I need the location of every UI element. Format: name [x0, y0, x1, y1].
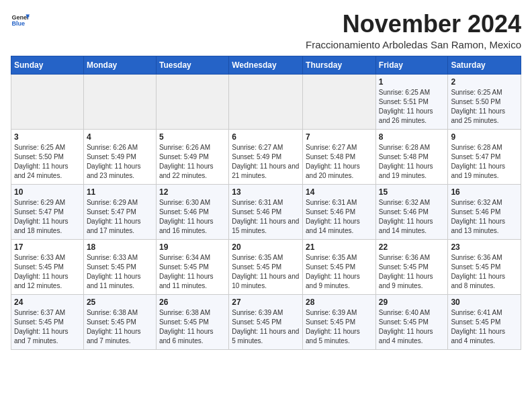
day-number: 10 [14, 187, 81, 197]
day-number: 2 [451, 77, 518, 87]
day-info: Sunrise: 6:29 AM Sunset: 5:47 PM Dayligh… [14, 198, 81, 236]
day-number: 6 [232, 132, 300, 142]
day-number: 3 [14, 132, 81, 142]
day-number: 14 [306, 187, 373, 197]
calendar-cell: 6Sunrise: 6:27 AM Sunset: 5:49 PM Daylig… [229, 129, 303, 184]
calendar-cell: 29Sunrise: 6:40 AM Sunset: 5:45 PM Dayli… [375, 294, 448, 349]
day-info: Sunrise: 6:32 AM Sunset: 5:46 PM Dayligh… [451, 198, 518, 236]
calendar-cell: 17Sunrise: 6:33 AM Sunset: 5:45 PM Dayli… [11, 239, 84, 294]
calendar-cell: 11Sunrise: 6:29 AM Sunset: 5:47 PM Dayli… [83, 184, 156, 239]
day-info: Sunrise: 6:29 AM Sunset: 5:47 PM Dayligh… [87, 198, 153, 236]
calendar-cell: 22Sunrise: 6:36 AM Sunset: 5:45 PM Dayli… [375, 239, 448, 294]
day-info: Sunrise: 6:31 AM Sunset: 5:46 PM Dayligh… [232, 198, 300, 236]
day-info: Sunrise: 6:27 AM Sunset: 5:49 PM Dayligh… [232, 143, 300, 181]
calendar-week-row: 17Sunrise: 6:33 AM Sunset: 5:45 PM Dayli… [11, 239, 521, 294]
day-number: 20 [232, 242, 300, 252]
calendar-cell: 19Sunrise: 6:34 AM Sunset: 5:45 PM Dayli… [156, 239, 228, 294]
calendar-cell: 26Sunrise: 6:38 AM Sunset: 5:45 PM Dayli… [156, 294, 228, 349]
day-number: 22 [379, 242, 445, 252]
day-number: 30 [451, 298, 518, 307]
calendar-cell: 20Sunrise: 6:35 AM Sunset: 5:45 PM Dayli… [229, 239, 303, 294]
day-number: 23 [451, 242, 518, 252]
calendar-cell: 24Sunrise: 6:37 AM Sunset: 5:45 PM Dayli… [11, 294, 84, 349]
calendar-cell: 14Sunrise: 6:31 AM Sunset: 5:46 PM Dayli… [303, 184, 376, 239]
day-info: Sunrise: 6:41 AM Sunset: 5:45 PM Dayligh… [451, 308, 518, 346]
day-info: Sunrise: 6:35 AM Sunset: 5:45 PM Dayligh… [232, 253, 300, 291]
calendar-cell: 13Sunrise: 6:31 AM Sunset: 5:46 PM Dayli… [229, 184, 303, 239]
day-number: 9 [451, 132, 518, 142]
page-header: General Blue November 2024 Fraccionamien… [11, 11, 521, 50]
day-info: Sunrise: 6:27 AM Sunset: 5:48 PM Dayligh… [306, 143, 373, 181]
day-number: 16 [451, 187, 518, 197]
calendar-cell: 2Sunrise: 6:25 AM Sunset: 5:50 PM Daylig… [448, 74, 521, 129]
calendar-day-header: Wednesday [229, 56, 303, 74]
day-number: 19 [159, 242, 226, 252]
calendar-week-row: 24Sunrise: 6:37 AM Sunset: 5:45 PM Dayli… [11, 294, 521, 349]
day-info: Sunrise: 6:33 AM Sunset: 5:45 PM Dayligh… [87, 253, 153, 291]
calendar-cell: 28Sunrise: 6:39 AM Sunset: 5:45 PM Dayli… [303, 294, 376, 349]
calendar-cell: 4Sunrise: 6:26 AM Sunset: 5:49 PM Daylig… [83, 129, 156, 184]
calendar-cell: 16Sunrise: 6:32 AM Sunset: 5:46 PM Dayli… [448, 184, 521, 239]
calendar-cell: 9Sunrise: 6:28 AM Sunset: 5:47 PM Daylig… [448, 129, 521, 184]
day-info: Sunrise: 6:28 AM Sunset: 5:48 PM Dayligh… [379, 143, 445, 181]
svg-text:Blue: Blue [11, 20, 25, 27]
calendar-table: SundayMondayTuesdayWednesdayThursdayFrid… [11, 56, 521, 350]
day-number: 15 [379, 187, 445, 197]
day-info: Sunrise: 6:25 AM Sunset: 5:50 PM Dayligh… [451, 88, 518, 126]
day-number: 21 [306, 242, 373, 252]
calendar-cell [303, 74, 376, 129]
calendar-cell: 25Sunrise: 6:38 AM Sunset: 5:45 PM Dayli… [83, 294, 156, 349]
calendar-cell: 10Sunrise: 6:29 AM Sunset: 5:47 PM Dayli… [11, 184, 84, 239]
calendar-day-header: Monday [83, 56, 156, 74]
calendar-cell [229, 74, 303, 129]
day-number: 24 [14, 298, 81, 307]
day-number: 8 [379, 132, 445, 142]
day-info: Sunrise: 6:28 AM Sunset: 5:47 PM Dayligh… [451, 143, 518, 181]
calendar-day-header: Friday [375, 56, 448, 74]
day-info: Sunrise: 6:34 AM Sunset: 5:45 PM Dayligh… [159, 253, 226, 291]
calendar-cell [11, 74, 84, 129]
calendar-cell: 1Sunrise: 6:25 AM Sunset: 5:51 PM Daylig… [375, 74, 448, 129]
day-number: 17 [14, 242, 81, 252]
day-info: Sunrise: 6:25 AM Sunset: 5:51 PM Dayligh… [379, 88, 445, 126]
day-info: Sunrise: 6:25 AM Sunset: 5:50 PM Dayligh… [14, 143, 81, 181]
title-block: November 2024 Fraccionamiento Arboledas … [306, 11, 521, 50]
day-info: Sunrise: 6:40 AM Sunset: 5:45 PM Dayligh… [379, 308, 445, 346]
day-info: Sunrise: 6:26 AM Sunset: 5:49 PM Dayligh… [87, 143, 153, 181]
day-info: Sunrise: 6:38 AM Sunset: 5:45 PM Dayligh… [159, 308, 226, 346]
day-info: Sunrise: 6:32 AM Sunset: 5:46 PM Dayligh… [379, 198, 445, 236]
day-number: 1 [379, 77, 445, 87]
calendar-day-header: Thursday [303, 56, 376, 74]
calendar-week-row: 3Sunrise: 6:25 AM Sunset: 5:50 PM Daylig… [11, 129, 521, 184]
day-number: 28 [306, 298, 373, 307]
day-info: Sunrise: 6:36 AM Sunset: 5:45 PM Dayligh… [379, 253, 445, 291]
day-number: 27 [232, 298, 300, 307]
logo: General Blue [11, 11, 30, 30]
calendar-week-row: 10Sunrise: 6:29 AM Sunset: 5:47 PM Dayli… [11, 184, 521, 239]
day-number: 11 [87, 187, 153, 197]
calendar-day-header: Sunday [11, 56, 84, 74]
day-info: Sunrise: 6:39 AM Sunset: 5:45 PM Dayligh… [306, 308, 373, 346]
day-number: 5 [159, 132, 226, 142]
calendar-cell: 18Sunrise: 6:33 AM Sunset: 5:45 PM Dayli… [83, 239, 156, 294]
day-number: 4 [87, 132, 153, 142]
day-number: 26 [159, 298, 226, 307]
calendar-cell: 27Sunrise: 6:39 AM Sunset: 5:45 PM Dayli… [229, 294, 303, 349]
calendar-day-header: Tuesday [156, 56, 228, 74]
month-title: November 2024 [306, 11, 521, 38]
day-info: Sunrise: 6:37 AM Sunset: 5:45 PM Dayligh… [14, 308, 81, 346]
calendar-cell: 21Sunrise: 6:35 AM Sunset: 5:45 PM Dayli… [303, 239, 376, 294]
calendar-cell: 15Sunrise: 6:32 AM Sunset: 5:46 PM Dayli… [375, 184, 448, 239]
day-number: 7 [306, 132, 373, 142]
calendar-cell [156, 74, 228, 129]
calendar-cell: 30Sunrise: 6:41 AM Sunset: 5:45 PM Dayli… [448, 294, 521, 349]
day-info: Sunrise: 6:35 AM Sunset: 5:45 PM Dayligh… [306, 253, 373, 291]
day-info: Sunrise: 6:39 AM Sunset: 5:45 PM Dayligh… [232, 308, 300, 346]
day-info: Sunrise: 6:36 AM Sunset: 5:45 PM Dayligh… [451, 253, 518, 291]
day-number: 29 [379, 298, 445, 307]
day-number: 13 [232, 187, 300, 197]
day-number: 18 [87, 242, 153, 252]
calendar-cell [83, 74, 156, 129]
day-info: Sunrise: 6:38 AM Sunset: 5:45 PM Dayligh… [87, 308, 153, 346]
calendar-week-row: 1Sunrise: 6:25 AM Sunset: 5:51 PM Daylig… [11, 74, 521, 129]
